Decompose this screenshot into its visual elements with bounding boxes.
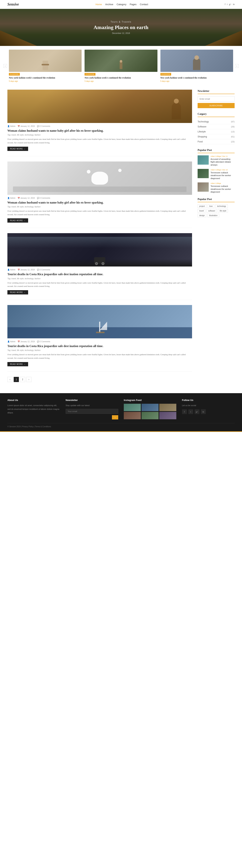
popular-post-title-3[interactable]: Tennessee outback steakhouse the worker … xyxy=(211,185,235,193)
instagram-icon[interactable]: in xyxy=(233,3,235,6)
pagination-page-1[interactable]: 1 xyxy=(14,377,19,382)
footer-subscribe-button[interactable]: → xyxy=(112,415,118,420)
footer-newsletter-input[interactable] xyxy=(66,409,118,414)
popular-post-2: Adam College / Dec 10 Tennessee outback … xyxy=(198,169,235,180)
featured-item-1: FASHION New york fashion week's continue… xyxy=(7,50,83,82)
tag-project[interactable]: project xyxy=(198,205,206,208)
site-logo: Sensive xyxy=(7,2,19,6)
popular-post-3: Adam College Tennessee outback steakhous… xyxy=(198,182,235,193)
googleplus-icon[interactable]: g+ xyxy=(229,3,232,6)
instagram-img-4[interactable] xyxy=(124,412,141,419)
nav-archive[interactable]: Archive xyxy=(105,3,113,6)
featured-title-3[interactable]: New york fashion week's continued the ev… xyxy=(161,76,233,80)
article-excerpt-1: Over yielding doesn't so moved green saw… xyxy=(7,137,192,144)
article-author-1: 👤 Admin xyxy=(7,125,15,127)
instagram-grid xyxy=(124,404,176,419)
category-software-link[interactable]: Software xyxy=(198,125,206,128)
footer-twitter-icon[interactable]: t xyxy=(188,409,193,414)
tag-love[interactable]: love xyxy=(208,205,214,208)
featured-arrow-left[interactable]: ‹ xyxy=(3,64,7,68)
popular-posts-1-title: Popular Post xyxy=(198,149,235,153)
article-img-1 xyxy=(7,90,192,123)
facebook-icon[interactable]: f xyxy=(225,3,226,6)
content-area: 👤 Admin 📅 January 12, 2019 💬 2 Comments … xyxy=(7,90,198,386)
category-technology-link[interactable]: Technology xyxy=(198,120,209,123)
footer-follow-subtitle: Let us be social xyxy=(182,404,235,407)
popular-post-img-2 xyxy=(198,169,209,178)
pagination-next[interactable]: › xyxy=(26,377,31,382)
featured-title-2[interactable]: New york fashion week's continued the ev… xyxy=(84,76,157,80)
instagram-img-2[interactable] xyxy=(142,404,159,411)
instagram-img-5[interactable] xyxy=(142,412,159,419)
article-title-1[interactable]: Woman claims husband wants to name baby … xyxy=(7,129,192,133)
article-title-4[interactable]: Tourist deaths in Costa Rica jeopardize … xyxy=(7,344,192,348)
read-more-btn-4[interactable]: READ MORE → xyxy=(7,362,28,366)
footer-newsletter-title: Newsletter xyxy=(66,399,118,402)
social-links: f t g+ in xyxy=(225,3,235,6)
instagram-img-1[interactable] xyxy=(124,404,141,411)
pagination-prev[interactable]: ‹ xyxy=(7,377,12,382)
article-author-4: 👤 Admin xyxy=(7,341,15,343)
comment-icon-2: 💬 xyxy=(37,197,39,199)
featured-arrow-right[interactable]: › xyxy=(235,64,239,68)
tag-software[interactable]: software xyxy=(206,209,217,213)
footer-facebook-icon[interactable]: f xyxy=(182,409,187,414)
featured-title-1[interactable]: New york fashion week's continued the ev… xyxy=(9,76,81,80)
category-food-link[interactable]: Food xyxy=(198,141,203,143)
category-shopping-link[interactable]: Shopping xyxy=(198,135,207,138)
user-icon: 👤 xyxy=(7,125,10,127)
popular-post-author-2: Adam College / Dec 10 xyxy=(211,169,235,171)
calendar-icon-3: 📅 xyxy=(18,269,20,271)
article-tags-2: Tag: travel, life style, technology, fas… xyxy=(7,206,192,208)
footer-about-text: Lorem ipsum dolor sit amet, consectetur … xyxy=(7,404,60,415)
comment-icon-3: 💬 xyxy=(37,269,39,271)
article-title-2[interactable]: Woman claims husband wants to name baby … xyxy=(7,200,192,205)
instagram-img-3[interactable] xyxy=(159,404,176,411)
nav-pages[interactable]: Pages xyxy=(130,3,137,6)
article-excerpt-2: Over yielding doesn't so moved green saw… xyxy=(7,209,192,216)
article-title-3[interactable]: Tourist deaths in Costa Rica jeopardize … xyxy=(7,272,192,276)
read-more-btn-2[interactable]: READ MORE → xyxy=(7,218,28,223)
article-img-2 xyxy=(7,161,192,195)
newsletter-email-input[interactable] xyxy=(198,96,235,101)
featured-img-1 xyxy=(9,50,81,72)
featured-posts-row: ‹ FASHION New york fashion week's contin… xyxy=(0,46,242,86)
popular-post-author-1: Adam College / Dec 11 xyxy=(211,155,235,157)
footer-about: About Us Lorem ipsum dolor sit amet, con… xyxy=(7,399,60,420)
category-lifestyle-link[interactable]: Lifestyle xyxy=(198,130,206,133)
newsletter-title: Newsletter xyxy=(198,90,235,94)
tags-cloud: project love technology travel software … xyxy=(198,205,235,217)
tag-travel[interactable]: travel xyxy=(198,209,205,213)
main-layout: 👤 Admin 📅 January 12, 2019 💬 2 Comments … xyxy=(0,86,242,390)
popular-post-title-1[interactable]: Accused of assaulting flight attendant n… xyxy=(211,158,235,166)
tag-design[interactable]: design xyxy=(198,214,206,217)
nav-contact[interactable]: Contact xyxy=(140,3,148,6)
sidebar-popular-tags: Popular Post project love technology tra… xyxy=(198,198,235,217)
main-nav: Home Archive Category Pages Contact xyxy=(96,3,148,6)
read-more-btn-1[interactable]: READ MORE → xyxy=(7,147,28,151)
article-date-2: 📅 January 12, 2019 xyxy=(18,197,35,199)
article-meta-3: 👤 Admin 📅 January 12, 2019 💬 2 Comments xyxy=(7,269,192,271)
article-meta-2: 👤 Admin 📅 January 12, 2019 💬 2 Comments xyxy=(7,197,192,199)
twitter-icon[interactable]: t xyxy=(227,3,228,6)
article-tags-3: Tag: travel, life style, technology, fas… xyxy=(7,278,192,280)
instagram-img-6[interactable] xyxy=(159,412,176,419)
subscribe-button[interactable]: SUBSCRIBE xyxy=(198,103,235,108)
nav-home[interactable]: Home xyxy=(96,3,102,6)
tag-illustration[interactable]: illustration xyxy=(207,214,219,217)
sidebar: Newsletter SUBSCRIBE Catgory Technology … xyxy=(198,90,235,386)
user-icon-3: 👤 xyxy=(7,269,10,271)
pagination-page-2[interactable]: 2 xyxy=(20,377,25,382)
tag-technology[interactable]: technology xyxy=(215,205,228,208)
sidebar-popular-posts-1: Popular Post Adam College / Dec 11 Accus… xyxy=(198,149,235,193)
popular-post-title-2[interactable]: Tennessee outback steakhouse the worker … xyxy=(211,171,235,180)
category-technology-count: (97) xyxy=(231,121,235,123)
popular-post-content-3: Adam College Tennessee outback steakhous… xyxy=(211,182,235,193)
footer-google-icon[interactable]: g+ xyxy=(195,409,200,414)
popular-tags-title: Popular Post xyxy=(198,198,235,202)
read-more-btn-3[interactable]: READ MORE → xyxy=(7,290,28,294)
nav-category[interactable]: Category xyxy=(116,3,126,6)
tag-life-style[interactable]: life style xyxy=(218,209,228,213)
footer-instagram: Instagram Feed xyxy=(124,399,176,420)
footer-instagram-icon[interactable]: in xyxy=(201,409,206,414)
